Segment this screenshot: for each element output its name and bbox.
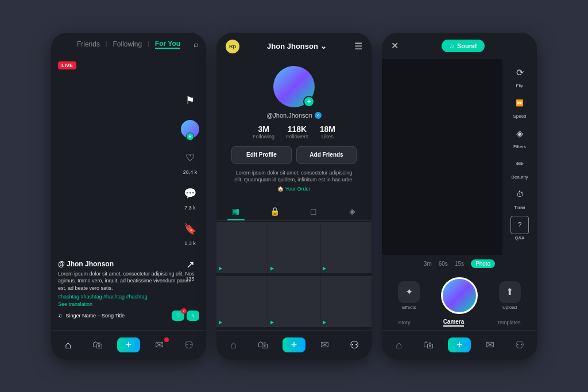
music-bar: ♫ Singer Name – Song Title ♡ 2 ♫: [58, 311, 199, 321]
upload-label: Upload: [502, 305, 517, 310]
profile-title: Jhon Jhonson ⌄: [267, 42, 327, 51]
nav-messages[interactable]: ✉: [149, 339, 170, 351]
phone-feed: Friends | Following | For You ⌕ LIVE ⚑ +…: [51, 33, 206, 360]
comment-action[interactable]: 💬 7,3 k: [180, 183, 200, 211]
duration-15s[interactable]: 15s: [455, 261, 464, 267]
grid-item-3[interactable]: [320, 222, 372, 273]
grid-item-2[interactable]: [268, 222, 319, 273]
grid-item-4[interactable]: [216, 276, 268, 327]
feed-content: LIVE ⚑ + ♡ 26,4 k 💬 7,3 k 🔖 1,3 k: [51, 56, 206, 330]
effects-label: Effects: [402, 305, 416, 310]
nav-shop[interactable]: 🛍: [87, 339, 108, 351]
like-action[interactable]: ♡ 26,4 k: [180, 148, 200, 175]
nav-messages[interactable]: ✉: [480, 339, 501, 351]
effects-control: ✦ Effects: [398, 281, 420, 310]
tab-private[interactable]: 🔒: [256, 202, 295, 220]
stat-likes: 18M Likes: [320, 125, 335, 139]
edit-profile-button[interactable]: Edit Profile: [231, 146, 292, 164]
flip-label: Flip: [516, 83, 524, 88]
sound-music-icon: ♫: [450, 42, 454, 49]
nav-profile[interactable]: ⚇: [344, 339, 365, 351]
comment-count: 7,3 k: [184, 205, 196, 211]
likes-count: 18M: [320, 125, 335, 134]
music-add-button[interactable]: ♫: [187, 311, 199, 321]
flag-icon: ⚑: [180, 90, 200, 111]
nav-plus[interactable]: +: [283, 337, 305, 352]
nav-profile[interactable]: ⚇: [509, 339, 530, 351]
nav-messages[interactable]: ✉: [315, 339, 335, 351]
message-badge: [164, 337, 169, 342]
duration-3m[interactable]: 3m: [424, 261, 432, 267]
tool-timer[interactable]: ⏱ Timer: [510, 185, 529, 210]
grid-item-1[interactable]: [216, 222, 268, 273]
tool-qa[interactable]: ? Q&A: [510, 216, 529, 240]
effects-icon[interactable]: ✦: [398, 281, 420, 303]
avatar-add-icon[interactable]: +: [303, 96, 315, 107]
stat-following: 3M Following: [253, 125, 274, 139]
beautify-icon: ✏: [510, 155, 529, 173]
nav-shop[interactable]: 🛍: [418, 339, 439, 351]
music-like-button[interactable]: ♡ 2: [172, 311, 184, 321]
flag-action[interactable]: ⚑: [180, 90, 200, 111]
duration-60s[interactable]: 60s: [439, 261, 448, 267]
qa-icon: ?: [510, 216, 529, 234]
nav-home[interactable]: ⌂: [58, 339, 79, 351]
camera-mode-labels: Story Camera Templates: [382, 316, 537, 330]
profile-handle: @Jhon.Jhonson ✓: [266, 112, 322, 119]
nav-home[interactable]: ⌂: [223, 339, 244, 351]
music-icon: ♫: [58, 312, 63, 319]
music-like-badge: 2: [181, 308, 187, 314]
nav-plus[interactable]: +: [117, 337, 140, 352]
upload-icon[interactable]: ⬆: [499, 281, 521, 303]
sep1: |: [106, 41, 107, 47]
tool-speed[interactable]: ⏩ Speed: [510, 94, 529, 119]
capture-row: ✦ Effects ⬆ Upload: [382, 273, 537, 316]
tab-foryou[interactable]: For You: [155, 40, 180, 49]
mode-camera-label[interactable]: Camera: [443, 319, 465, 327]
feed-bottom-nav: ⌂ 🛍 + ✉ ⚇: [51, 330, 206, 360]
mode-story-label[interactable]: Story: [399, 320, 411, 325]
nav-plus[interactable]: +: [448, 337, 471, 352]
close-icon[interactable]: ✕: [391, 40, 399, 51]
mode-templates-label[interactable]: Templates: [497, 320, 520, 325]
chevron-down-icon: ⌄: [320, 42, 327, 51]
search-icon[interactable]: ⌕: [194, 40, 198, 49]
your-order-link[interactable]: 🏠 Your Order: [277, 186, 310, 192]
grid-item-5[interactable]: [268, 276, 319, 327]
avatar-action[interactable]: +: [180, 119, 200, 139]
profile-name: Jhon Jhonson: [267, 42, 318, 51]
tab-videos[interactable]: ▦: [216, 202, 256, 220]
upload-control: ⬆ Upload: [499, 281, 521, 310]
video-username: @ Jhon Jhonson: [58, 260, 199, 268]
see-translation[interactable]: See translation: [58, 301, 199, 307]
phone-camera: ✕ ♫ Sound ⟳ Flip ⏩ Speed ◈ Filters ✏ Bea…: [382, 33, 537, 360]
profile-action-buttons: Edit Profile Add Friends: [222, 146, 366, 164]
tool-flip[interactable]: ⟳ Flip: [510, 64, 529, 88]
menu-icon[interactable]: ☰: [354, 41, 362, 52]
tool-filters[interactable]: ◈ Filters: [510, 125, 529, 149]
tab-friends[interactable]: Friends: [77, 40, 100, 48]
bookmark-icon: 🔖: [180, 219, 200, 239]
following-count: 3M: [253, 125, 274, 134]
music-buttons: ♡ 2 ♫: [172, 311, 199, 321]
nav-profile[interactable]: ⚇: [179, 339, 199, 351]
tab-tagged[interactable]: ◈: [333, 202, 372, 220]
filters-label: Filters: [513, 144, 526, 149]
shutter-button[interactable]: [441, 277, 478, 314]
tab-saved[interactable]: ◻: [294, 202, 333, 220]
duration-photo[interactable]: Photo: [471, 259, 495, 268]
nav-home[interactable]: ⌂: [389, 339, 409, 351]
sound-button[interactable]: ♫ Sound: [442, 40, 485, 52]
tab-following[interactable]: Following: [113, 40, 142, 48]
grid-item-6[interactable]: [320, 276, 372, 327]
bookmark-action[interactable]: 🔖 1,3 k: [180, 219, 200, 246]
camera-header: ✕ ♫ Sound: [382, 33, 537, 59]
timer-label: Timer: [514, 205, 525, 210]
speed-label: Speed: [513, 114, 526, 119]
add-friends-button[interactable]: Add Friends: [296, 146, 357, 164]
feed-header: Friends | Following | For You ⌕: [51, 33, 206, 56]
live-badge: LIVE: [58, 61, 76, 69]
profile-section: + @Jhon.Jhonson ✓ 3M Following 118K Foll…: [216, 60, 372, 202]
tool-beautify[interactable]: ✏ Beautify: [510, 155, 529, 180]
nav-shop[interactable]: 🛍: [253, 339, 273, 351]
